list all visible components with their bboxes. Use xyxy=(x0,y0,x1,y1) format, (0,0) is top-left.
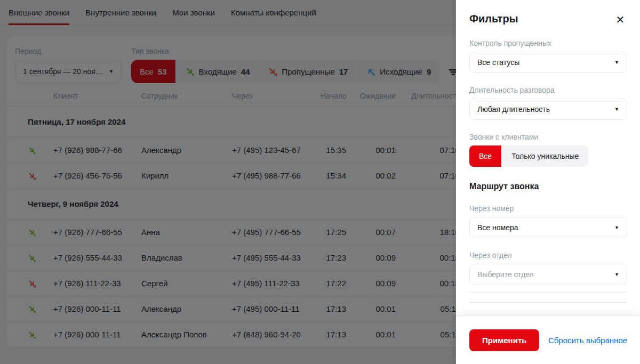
divider xyxy=(469,302,627,303)
missed-control-label: Контроль пропущенных xyxy=(469,39,627,47)
via-department-label: Через отдел xyxy=(469,251,627,260)
chevron-down-icon: ▼ xyxy=(614,272,619,277)
toggle-option-label: Все xyxy=(479,152,492,160)
client-calls-label: Звонки с клиентами xyxy=(469,133,627,141)
talk-duration-label: Длительность разговора xyxy=(469,86,627,94)
chevron-down-icon: ▼ xyxy=(614,107,619,112)
via-department-placeholder: Выберите отдел xyxy=(477,270,609,279)
panel-footer: Применить Сбросить выбранное xyxy=(456,316,640,364)
via-number-label: Через номер xyxy=(469,204,627,213)
toggle-option-label: Только уникальные xyxy=(511,152,579,160)
missed-control-select[interactable]: Все статусы ▼ xyxy=(469,52,627,73)
route-heading: Маршрут звонка xyxy=(469,182,627,191)
chevron-down-icon: ▼ xyxy=(614,60,619,65)
toggle-option[interactable]: Только уникальные xyxy=(502,145,588,167)
apply-button[interactable]: Применить xyxy=(469,329,539,351)
toggle-option[interactable]: Все xyxy=(469,145,501,167)
talk-duration-value: Любая длительность xyxy=(477,105,609,114)
divider xyxy=(469,292,627,293)
via-number-value: Все номера xyxy=(477,223,609,232)
client-calls-toggle: ВсеТолько уникальные xyxy=(469,145,627,167)
close-icon[interactable]: ✕ xyxy=(614,14,626,26)
via-number-select[interactable]: Все номера ▼ xyxy=(469,217,627,238)
panel-title: Фильтры xyxy=(469,13,627,25)
via-department-select[interactable]: Выберите отдел ▼ xyxy=(469,264,627,285)
filters-panel: Фильтры Контроль пропущенных Все статусы… xyxy=(456,0,640,364)
chevron-down-icon: ▼ xyxy=(614,225,619,230)
missed-control-value: Все статусы xyxy=(477,58,609,67)
talk-duration-select[interactable]: Любая длительность ▼ xyxy=(469,99,627,120)
reset-link[interactable]: Сбросить выбранное xyxy=(548,336,627,345)
